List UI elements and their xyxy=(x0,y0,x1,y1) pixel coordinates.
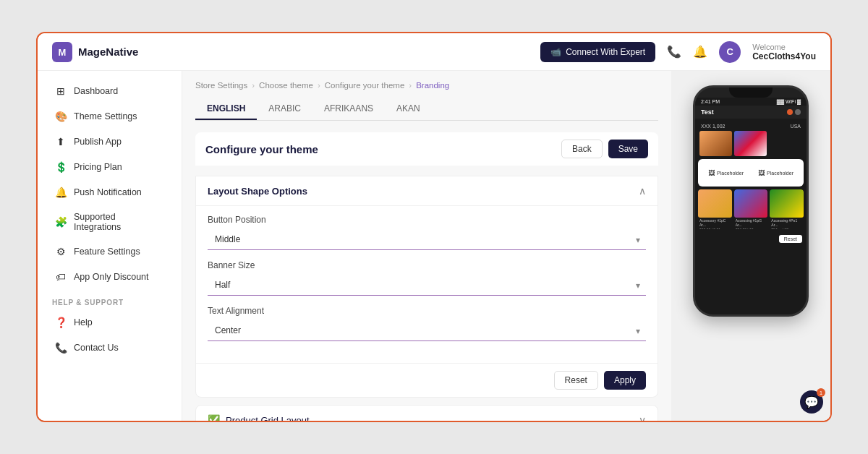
banner-size-select[interactable]: Half Full Quarter xyxy=(208,275,646,296)
placeholder-text-2: Placeholder xyxy=(767,171,793,176)
sidebar-item-dashboard[interactable]: ⊞ Dashboard xyxy=(43,79,176,103)
sidebar-item-help[interactable]: ❓ Help xyxy=(43,310,176,335)
product-img-1 xyxy=(698,189,732,218)
phone-placeholder-banner: 🖼 Placeholder 🖼 Placeholder xyxy=(698,159,804,187)
product-label-1: Accessory #1pC Ar... xyxy=(698,218,732,228)
placeholder-card-1: 🖼 Placeholder xyxy=(702,162,749,184)
sidebar: ⊞ Dashboard 🎨 Theme Settings ⬆ Publish A… xyxy=(38,71,182,421)
sidebar-item-publish-app[interactable]: ⬆ Publish App xyxy=(43,129,176,154)
product-grid-layout-section: ✅ Product Grid Layout ∨ xyxy=(195,405,658,421)
dollar-icon: 💲 xyxy=(55,161,67,173)
user-info: Welcome CecCloths4You xyxy=(752,43,816,61)
chat-badge: 1 xyxy=(817,388,825,397)
tab-afrikaans[interactable]: AFRIKAANS xyxy=(312,98,385,120)
tab-arabic[interactable]: ARABIC xyxy=(257,98,312,120)
chat-bubble-button[interactable]: 💬 1 xyxy=(800,390,823,414)
breadcrumb: Store Settings › Choose theme › Configur… xyxy=(195,81,658,90)
placeholder-card-2: 🖼 Placeholder xyxy=(752,162,799,184)
main-content: Store Settings › Choose theme › Configur… xyxy=(182,71,671,421)
tab-akan[interactable]: AKAN xyxy=(385,98,432,120)
help-section-label: HELP & SUPPORT xyxy=(38,290,182,309)
phone-status-bar: 2:41 PM ▓▓ WiFi ▓ xyxy=(695,98,807,106)
phone-product-grid: Accessory #1pC Ar... $49.00 | 2.91 Acces… xyxy=(698,189,804,229)
connect-with-expert-button[interactable]: 📹 Connect With Expert xyxy=(540,42,655,62)
layout-shape-options-title: Layout Shape Options xyxy=(208,186,307,197)
puzzle-icon: 🧩 xyxy=(55,216,67,228)
breadcrumb-choose-theme[interactable]: Choose theme xyxy=(259,81,313,90)
app-container: M MageNative 📹 Connect With Expert 📞 🔔 C… xyxy=(38,33,830,421)
phone-grid-item-2: Accessing #1pG Ar... $84.00 | 12 xyxy=(734,189,768,229)
sidebar-item-supported-integrations[interactable]: 🧩 Supported Integrations xyxy=(43,205,176,239)
phone-content: XXX 1,002 USA xyxy=(695,119,807,232)
phone-app-title: Test xyxy=(701,108,714,116)
phone-grid-item-1: Accessory #1pC Ar... $49.00 | 2.91 xyxy=(698,189,732,229)
upload-icon: ⬆ xyxy=(55,136,67,147)
phone-app-header: Test xyxy=(695,106,807,119)
layout-shape-options-section: Layout Shape Options ∧ Button Position M… xyxy=(195,176,658,398)
config-buttons: Back Save xyxy=(561,140,648,158)
placeholder-img-icon-1: 🖼 xyxy=(708,169,715,176)
notification-icon[interactable]: 🔔 xyxy=(693,45,707,59)
layout-shape-options-header[interactable]: Layout Shape Options ∧ xyxy=(196,176,658,205)
banner-size-select-wrapper: Half Full Quarter xyxy=(208,275,646,296)
placeholder-text-1: Placeholder xyxy=(717,171,744,176)
breadcrumb-configure-theme[interactable]: Configure your theme xyxy=(325,81,405,90)
product-price-2: $84.00 | 12 xyxy=(734,228,768,230)
gear-icon: ⚙ xyxy=(55,246,67,257)
bell-icon: 🔔 xyxy=(55,187,67,198)
tag-icon: 🏷 xyxy=(55,271,67,283)
dot-gray xyxy=(795,109,801,115)
phone-time: 2:41 PM xyxy=(701,99,720,104)
sidebar-item-app-only-discount[interactable]: 🏷 App Only Discount xyxy=(43,265,176,289)
configure-header: Configure your theme Back Save xyxy=(195,132,658,166)
video-icon: 📹 xyxy=(550,47,561,57)
grid-icon: ⊞ xyxy=(55,85,67,97)
placeholder-img-icon-2: 🖼 xyxy=(758,169,765,176)
product-img-2 xyxy=(734,189,768,218)
phone-reset-button[interactable]: Reset xyxy=(779,235,802,243)
avatar: C xyxy=(719,41,741,63)
layout-apply-button[interactable]: Apply xyxy=(604,371,646,390)
phone-thumb-2 xyxy=(734,131,767,156)
button-position-select[interactable]: Middle Left Right xyxy=(208,229,646,250)
text-alignment-group: Text Alignment Center Left Right xyxy=(208,306,646,341)
phone-signal: ▓▓ WiFi ▓ xyxy=(777,99,801,104)
product-grid-layout-header[interactable]: ✅ Product Grid Layout ∨ xyxy=(196,406,658,421)
text-alignment-select-wrapper: Center Left Right xyxy=(208,320,646,341)
logo-text: MageNative xyxy=(78,46,138,58)
breadcrumb-store-settings[interactable]: Store Settings xyxy=(195,81,247,90)
button-position-label: Button Position xyxy=(208,215,646,225)
chevron-up-icon: ∧ xyxy=(639,185,646,197)
breadcrumb-sep-2: › xyxy=(318,81,320,90)
breadcrumb-branding[interactable]: Branding xyxy=(416,81,449,90)
button-position-select-wrapper: Middle Left Right xyxy=(208,229,646,250)
phone-count-label: XXX 1,002 xyxy=(701,124,725,129)
phone-bottom: Reset xyxy=(695,232,807,246)
phone-support-icon: 📞 xyxy=(55,342,67,354)
sidebar-item-theme-settings[interactable]: 🎨 Theme Settings xyxy=(43,104,176,129)
phone-screen: 2:41 PM ▓▓ WiFi ▓ Test xyxy=(695,98,807,314)
text-alignment-select[interactable]: Center Left Right xyxy=(208,320,646,341)
layout-reset-button[interactable]: Reset xyxy=(554,371,598,390)
layout-section-actions: Reset Apply xyxy=(196,363,658,397)
sidebar-item-contact-us[interactable]: 📞 Contact Us xyxy=(43,335,176,360)
phone-banner-row xyxy=(698,131,804,156)
product-img-3 xyxy=(770,189,804,218)
button-position-group: Button Position Middle Left Right xyxy=(208,215,646,250)
phone-icon[interactable]: 📞 xyxy=(667,45,681,59)
breadcrumb-sep-3: › xyxy=(409,81,412,90)
product-label-2: Accessing #1pG Ar... xyxy=(734,218,768,228)
save-button[interactable]: Save xyxy=(608,140,648,158)
chevron-down-icon: ∨ xyxy=(639,414,646,421)
phone-notch xyxy=(729,87,773,98)
tab-english[interactable]: ENGLISH xyxy=(195,98,257,120)
sidebar-item-pricing-plan[interactable]: 💲 Pricing Plan xyxy=(43,155,176,179)
check-icon: ✅ xyxy=(208,414,220,421)
app-header: M MageNative 📹 Connect With Expert 📞 🔔 C… xyxy=(38,33,830,71)
product-grid-title-area: ✅ Product Grid Layout xyxy=(208,414,310,421)
configure-title: Configure your theme xyxy=(205,143,318,155)
sidebar-item-push-notification[interactable]: 🔔 Push Notification xyxy=(43,180,176,205)
sidebar-item-feature-settings[interactable]: ⚙ Feature Settings xyxy=(43,239,176,264)
product-price-1: $49.00 | 2.91 xyxy=(698,228,732,230)
back-button[interactable]: Back xyxy=(561,140,603,158)
